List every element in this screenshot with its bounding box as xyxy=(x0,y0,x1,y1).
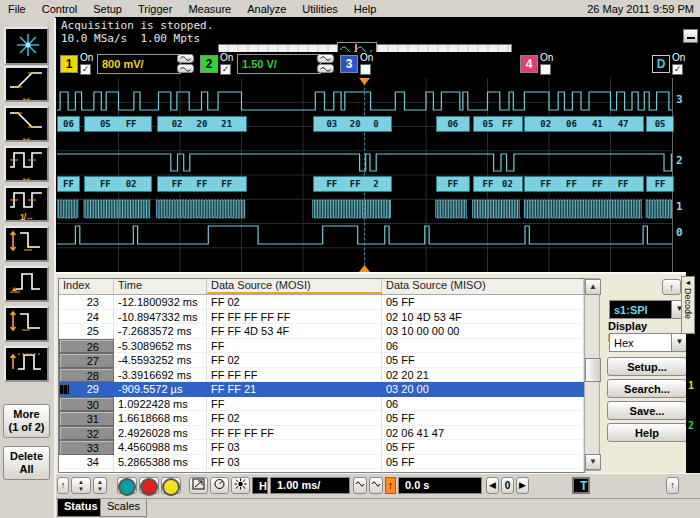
table-row[interactable]: 27-4.5593252 msFF 0205 FF xyxy=(59,353,584,368)
frequency-icon xyxy=(8,189,44,211)
column-mosi[interactable]: Data Source (MOSI) xyxy=(207,279,382,294)
menu-trigger[interactable]: Trigger xyxy=(130,2,180,16)
table-row[interactable]: 24-10.8947332 msFF FF FF FF FF02 10 4D 5… xyxy=(59,310,584,325)
ac-wave-icon xyxy=(179,55,192,62)
table-row[interactable]: 322.4926028 msFF FF FF FF02 06 41 47 xyxy=(59,426,584,441)
channel-1-coupling-button[interactable] xyxy=(177,54,194,63)
table-row[interactable]: 23-12.1800932 msFF 0205 FF xyxy=(59,295,584,310)
channel-2-ground-marker: 2 xyxy=(688,420,694,431)
help-button[interactable]: Help xyxy=(607,423,687,442)
tab-scales[interactable]: Scales xyxy=(100,499,147,517)
save-button[interactable]: Save... xyxy=(607,401,687,420)
menu-control[interactable]: Control xyxy=(34,2,85,16)
timebase-display[interactable]: 1.00 ms/ xyxy=(270,477,350,494)
minimize-button[interactable] xyxy=(683,29,698,43)
tab-status[interactable]: Status xyxy=(57,499,105,517)
column-time[interactable]: Time xyxy=(114,279,207,294)
channel-bar: 1 On 800 mV/ 2 On 1.50 V/ xyxy=(55,52,700,78)
stop-button[interactable] xyxy=(139,477,159,494)
decode-source-select[interactable]: s1:SPI ▼ xyxy=(609,300,688,319)
amplitude-icon xyxy=(8,309,44,333)
scope-logo-button[interactable] xyxy=(4,27,49,65)
base-level-icon xyxy=(8,269,44,293)
table-row[interactable]: 28-3.3916692 msFF FF FF02 20 21 xyxy=(59,368,584,383)
menu-help[interactable]: Help xyxy=(346,2,385,16)
acquisition-status: Acquisition is stopped. xyxy=(61,19,213,32)
channel-3-button[interactable]: 3 xyxy=(340,55,358,73)
table-row[interactable]: 345.2865388 msFF 0305 FF xyxy=(59,455,584,470)
channel-1-on-checkbox[interactable] xyxy=(80,64,91,75)
ac-wave-icon xyxy=(319,55,332,62)
meas-amplitude-button[interactable] xyxy=(4,306,49,342)
delete-all-button[interactable]: Delete All xyxy=(3,446,50,480)
zoom-wave-button[interactable] xyxy=(353,477,367,494)
trigger-button[interactable]: T xyxy=(572,477,590,494)
meas-pulse-width-button[interactable]: ↔ xyxy=(4,146,49,182)
search-wave-button[interactable] xyxy=(369,477,383,494)
setup-button[interactable]: Setup... xyxy=(607,357,687,376)
meas-frequency-button[interactable]: 1/↔ xyxy=(4,186,49,222)
channel-2-coupling-button[interactable] xyxy=(317,54,334,63)
menu-analyze[interactable]: Analyze xyxy=(239,2,294,16)
column-miso[interactable]: Data Source (MISO) xyxy=(382,279,584,294)
table-row[interactable]: 29-909.5572 µsFF FF 2103 20 00 xyxy=(59,382,584,397)
zero-button[interactable]: 0 xyxy=(501,477,514,494)
step-right-button[interactable]: ▶ xyxy=(516,477,529,494)
channel-3-on-checkbox[interactable] xyxy=(360,64,371,75)
step-left-button[interactable]: ◀ xyxy=(486,477,499,494)
search-button[interactable]: Search... xyxy=(607,379,687,398)
panel-up-button[interactable]: ↑ xyxy=(666,477,679,494)
menu-setup[interactable]: Setup xyxy=(85,2,130,16)
channel-1-bwlimit-button[interactable] xyxy=(177,64,194,73)
scroll-up-button[interactable]: ▲ xyxy=(585,279,601,295)
touch-button[interactable] xyxy=(189,477,208,494)
channel-2-bwlimit-button[interactable] xyxy=(317,64,334,73)
knob-button[interactable] xyxy=(210,477,229,494)
table-row[interactable]: 334.4560988 msFF 0305 FF xyxy=(59,440,584,455)
display-format-select[interactable]: Hex ▼ xyxy=(609,333,688,352)
chevron-down-icon[interactable]: ▼ xyxy=(671,334,687,351)
top-level-icon xyxy=(8,349,44,373)
bottom-tabs: Status Scales xyxy=(55,498,700,518)
menu-measure[interactable]: Measure xyxy=(180,2,239,16)
single-indicator-icon xyxy=(162,478,180,496)
meas-fall-amplitude-button[interactable] xyxy=(4,226,49,262)
entry-spinner[interactable]: ▲▼ xyxy=(71,477,91,494)
single-button[interactable] xyxy=(161,477,181,494)
decode-lister-window: Index Time Data Source (MOSI) Data Sourc… xyxy=(55,272,686,473)
meas-base-button[interactable] xyxy=(4,266,49,302)
scroll-down-button[interactable]: ▼ xyxy=(585,454,601,470)
horizontal-button[interactable]: H xyxy=(252,477,268,494)
channel-2-on-checkbox[interactable] xyxy=(220,64,231,75)
channel-1-scale-display[interactable]: 800 mV/ xyxy=(97,54,181,74)
channel-4-button[interactable]: 4 xyxy=(520,55,538,73)
channel-2-button[interactable]: 2 xyxy=(200,55,218,73)
column-index[interactable]: Index xyxy=(59,279,114,294)
digital-on-checkbox[interactable] xyxy=(672,64,683,75)
lister-scrollbar[interactable]: ▲ ▼ xyxy=(584,278,600,471)
panel-collapse-button[interactable]: ↑ xyxy=(662,279,681,295)
more-button[interactable]: More (1 of 2) xyxy=(3,404,50,438)
table-row[interactable]: 301.0922428 msFF06 xyxy=(59,397,584,412)
trigger-delay-display[interactable]: 0.0 s xyxy=(398,477,482,494)
tab-decode[interactable]: ◄ Decode xyxy=(681,276,695,334)
meas-top-button[interactable] xyxy=(4,346,49,382)
move-up-button[interactable]: ↑ xyxy=(57,477,69,494)
menu-file[interactable]: File xyxy=(0,2,34,16)
brightness-button[interactable] xyxy=(231,477,250,494)
meas-fall-time-button[interactable]: ↔ xyxy=(4,106,49,142)
channel-1-button[interactable]: 1 xyxy=(60,55,78,73)
table-body: 23-12.1800932 msFF 0205 FF24-10.8947332 … xyxy=(59,295,584,473)
channel-2-scale-display[interactable]: 1.50 V/ xyxy=(237,54,321,74)
scroll-thumb[interactable] xyxy=(585,358,601,382)
channel-4-on-checkbox[interactable] xyxy=(540,64,551,75)
digital-channels-button[interactable]: D xyxy=(652,55,670,73)
table-row[interactable]: 26-5.3089652 msFF06 xyxy=(59,339,584,354)
table-row[interactable]: 311.6618668 msFF 0205 FF xyxy=(59,411,584,426)
run-button[interactable] xyxy=(117,477,137,494)
meas-rise-time-button[interactable]: ↔ xyxy=(4,66,49,102)
menu-utilities[interactable]: Utilities xyxy=(294,2,345,16)
fine-spinner[interactable]: ▲▼ xyxy=(93,477,107,494)
spin-down-icon: ▼ xyxy=(97,486,103,493)
table-row[interactable]: 25-7.2683572 msFF FF 4D 53 4F03 10 00 00… xyxy=(59,324,584,339)
